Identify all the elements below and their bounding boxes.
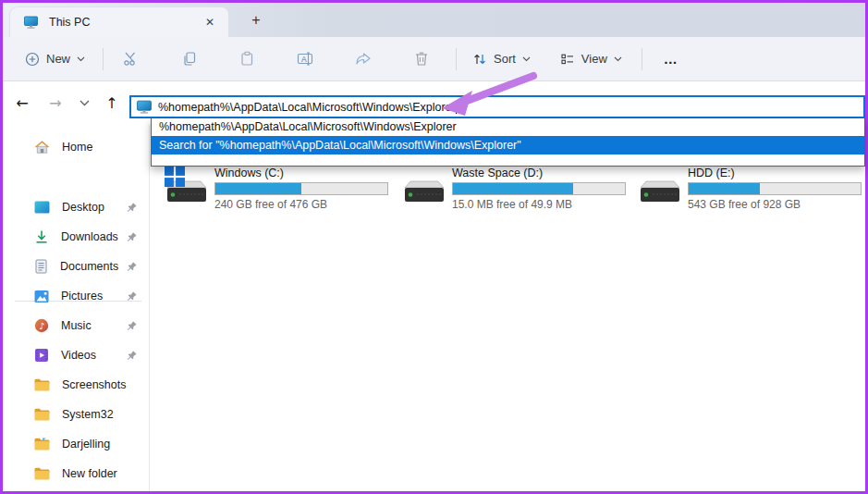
suggestion-search-item[interactable]: Search for "%homepath%\AppData\Local\Mic…: [152, 136, 864, 154]
sidebar-item-desktop[interactable]: Desktop: [6, 193, 145, 221]
file-explorer-window: This PC ✕ + New: [3, 3, 865, 491]
sidebar-item-label: Screenshots: [62, 378, 145, 391]
paste-icon: [239, 51, 255, 67]
text-cursor: [456, 101, 457, 114]
title-bar: This PC ✕ +: [3, 3, 865, 37]
view-list-icon: [560, 52, 575, 67]
sidebar-item-pictures[interactable]: Pictures: [6, 282, 145, 310]
pin-icon: [126, 231, 138, 243]
address-bar-input[interactable]: %homepath%\AppData\Local\Microsoft\Windo…: [129, 95, 865, 118]
back-icon[interactable]: ←: [8, 81, 36, 125]
folder-icon: [34, 467, 50, 480]
desktop-icon: [34, 201, 50, 214]
drive-usage-fill: [215, 183, 301, 194]
svg-text:A: A: [301, 55, 307, 64]
pictures-icon: [34, 290, 49, 303]
sidebar-item-new-folder[interactable]: New folder: [6, 460, 145, 488]
drive-name: Waste Space (D:): [452, 167, 628, 179]
videos-icon: [34, 348, 49, 363]
drive-name: HDD (E:): [688, 167, 863, 179]
sidebar-item-label: Music: [61, 319, 126, 332]
sidebar-item-home[interactable]: Home: [6, 133, 145, 161]
hard-drive-icon: [402, 176, 446, 211]
plus-circle-icon: [25, 52, 40, 67]
folder-icon: [34, 378, 50, 391]
address-suggestion-flyout: %homepath%\AppData\Local\Microsoft\Windo…: [151, 118, 865, 167]
new-button-label: New: [46, 52, 70, 66]
sidebar-item-label: Videos: [61, 349, 126, 362]
suggestion-path-item[interactable]: %homepath%\AppData\Local\Microsoft\Windo…: [152, 118, 864, 136]
sidebar-item-videos[interactable]: Videos: [6, 341, 145, 369]
drive-tile-c[interactable]: Windows (C:) 240 GB free of 476 GB: [165, 167, 397, 211]
drive-usage-meter: [452, 182, 626, 195]
sidebar-item-label: Darjelling: [62, 438, 145, 451]
sidebar-item-darjelling[interactable]: Darjelling: [6, 430, 145, 458]
recent-locations-chevron-icon[interactable]: [70, 81, 98, 125]
forward-icon[interactable]: →: [42, 81, 69, 125]
tab-title: This PC: [49, 16, 201, 29]
drive-tile-e[interactable]: HDD (E:) 543 GB free of 928 GB: [638, 167, 868, 211]
sidebar-item-system32[interactable]: System32: [6, 401, 145, 428]
copy-button[interactable]: [169, 44, 209, 73]
address-bar-value: %homepath%\AppData\Local\Microsoft\Windo…: [158, 101, 456, 114]
drive-name: Windows (C:): [214, 167, 390, 179]
sidebar: Home Desktop: [3, 125, 149, 491]
toolbar-separator: [642, 48, 642, 70]
drive-tile-d[interactable]: Waste Space (D:) 15.0 MB free of 49.9 MB: [402, 167, 635, 211]
music-icon: ♪: [34, 318, 49, 333]
copy-icon: [181, 51, 197, 67]
tab-close-icon[interactable]: ✕: [201, 14, 219, 31]
documents-icon: [34, 259, 48, 274]
chevron-down-icon: [614, 56, 622, 62]
hard-drive-icon: [638, 176, 682, 211]
paste-button[interactable]: [227, 44, 267, 73]
drive-free-space: 240 GB free of 476 GB: [214, 198, 390, 211]
this-pc-monitor-icon: [136, 99, 153, 115]
windows-logo-icon: [165, 167, 185, 191]
sidebar-item-label: Desktop: [62, 201, 126, 214]
sidebar-item-downloads[interactable]: Downloads: [6, 223, 145, 251]
drive-free-space: 543 GB free of 928 GB: [688, 198, 863, 211]
sidebar-item-label: System32: [62, 408, 145, 421]
view-button-label: View: [581, 52, 607, 66]
drive-usage-fill: [453, 183, 573, 194]
up-icon[interactable]: ↑: [98, 81, 126, 125]
sidebar-item-label: Home: [62, 141, 145, 154]
sort-button[interactable]: Sort: [464, 46, 539, 72]
drive-usage-fill: [689, 183, 760, 194]
command-toolbar: New: [3, 37, 865, 80]
trash-icon: [414, 51, 429, 67]
pin-icon: [126, 320, 138, 332]
rename-button[interactable]: A: [285, 44, 325, 73]
share-icon: [355, 52, 372, 67]
share-button[interactable]: [343, 45, 384, 73]
cut-button[interactable]: [111, 44, 151, 73]
sidebar-content-divider: [149, 125, 150, 491]
chevron-down-icon: [77, 56, 85, 62]
new-button[interactable]: New: [17, 46, 93, 72]
new-tab-button[interactable]: +: [245, 10, 267, 31]
view-button[interactable]: View: [552, 46, 630, 72]
pin-icon: [126, 202, 138, 214]
toolbar-separator: [456, 48, 457, 70]
pin-icon: [126, 261, 138, 273]
sidebar-item-screenshots[interactable]: Screenshots: [6, 371, 145, 399]
pin-icon: [126, 350, 138, 362]
sidebar-item-label: Downloads: [61, 230, 126, 243]
toolbar-separator: [103, 48, 104, 70]
pin-icon: [126, 290, 138, 303]
rename-icon: A: [297, 51, 313, 67]
scissors-icon: [123, 51, 139, 67]
tab-this-pc[interactable]: This PC ✕: [9, 6, 229, 37]
sidebar-item-music[interactable]: ♪ Music: [6, 312, 145, 340]
drive-free-space: 15.0 MB free of 49.9 MB: [452, 198, 628, 211]
sidebar-item-label: Documents: [60, 260, 126, 273]
folder-icon: [34, 408, 50, 421]
screenshot-annotation-border: This PC ✕ + New: [0, 0, 868, 494]
sidebar-item-documents[interactable]: Documents: [6, 253, 145, 280]
this-pc-monitor-icon: [23, 15, 39, 30]
more-options-button[interactable]: …: [652, 44, 691, 73]
home-icon: [34, 140, 50, 154]
folder-shortcut-icon: [34, 438, 50, 451]
delete-button[interactable]: [402, 44, 441, 73]
